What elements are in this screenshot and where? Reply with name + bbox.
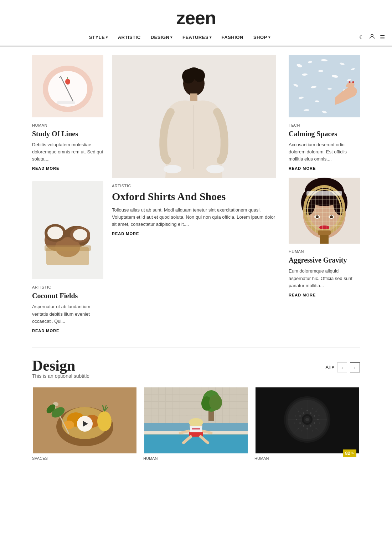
design-section-title: Design	[32, 358, 89, 373]
article-image-study-of-lines[interactable]	[32, 55, 103, 119]
svg-point-149	[301, 408, 303, 409]
article-image-aggressive-gravity[interactable]	[289, 178, 360, 245]
filter-all-button[interactable]: All ▾	[326, 365, 334, 370]
svg-point-138	[317, 419, 319, 420]
svg-point-131	[303, 412, 304, 414]
moon-icon[interactable]: ☾	[359, 34, 364, 41]
svg-point-45	[349, 81, 351, 83]
article-title-right-2[interactable]: Aggressive Gravity	[289, 256, 360, 265]
svg-point-135	[296, 419, 297, 420]
article-excerpt: Debitis voluptatem molestiae doloremque …	[32, 141, 103, 163]
hero-image[interactable]	[112, 55, 280, 178]
site-title[interactable]: zeen	[0, 9, 392, 27]
svg-point-156	[316, 428, 317, 429]
next-arrow-button[interactable]: ›	[350, 362, 360, 372]
site-header: zeen STYLE ▾ ARTISTIC DESIGN ▾ FEATURES …	[0, 0, 392, 46]
main-content: Human Study Of Lines Debitis voluptatem …	[25, 46, 367, 469]
read-more-button-right-2[interactable]: READ MORE	[289, 293, 360, 297]
col-center: Artistic Oxford Shirts And Shoes Tollous…	[112, 55, 280, 333]
chevron-down-icon: ▾	[210, 35, 212, 39]
article-excerpt-center: Tollouse alias ut ab sunt. Modi aliquam …	[112, 207, 280, 228]
svg-point-132	[299, 415, 301, 417]
svg-point-16	[73, 229, 87, 240]
svg-point-141	[314, 422, 315, 424]
svg-point-143	[310, 425, 311, 427]
article-grid: Human Study Of Lines Debitis voluptatem …	[32, 55, 360, 333]
article-excerpt-right-2: Eum doloremque aliquid aspernatur hic. O…	[289, 268, 360, 289]
read-more-button-center[interactable]: READ MORE	[112, 232, 280, 236]
svg-rect-119	[192, 428, 200, 429]
article-card-study-of-lines: Human Study Of Lines Debitis voluptatem …	[32, 55, 103, 171]
svg-point-139	[299, 422, 301, 424]
svg-point-155	[319, 422, 320, 423]
svg-point-130	[310, 412, 311, 414]
svg-point-0	[371, 34, 373, 36]
col-left: Human Study Of Lines Debitis voluptatem …	[32, 55, 103, 333]
nav-style[interactable]: STYLE ▾	[89, 35, 108, 40]
read-more-button[interactable]: READ MORE	[32, 166, 103, 171]
design-section-controls: All ▾ ‹ ›	[326, 362, 360, 372]
svg-rect-81	[318, 230, 331, 235]
nav-links: STYLE ▾ ARTISTIC DESIGN ▾ FEATURES ▾ FAS…	[7, 35, 352, 40]
article-category-right-2: Human	[289, 249, 360, 254]
nav-features[interactable]: FEATURES ▾	[182, 35, 212, 40]
svg-rect-8	[57, 101, 75, 104]
article-image-calming-spaces[interactable]	[289, 55, 360, 119]
design-card-category-1: Spaces	[32, 456, 138, 461]
read-more-button-right-1[interactable]: READ MORE	[289, 166, 360, 171]
svg-point-29	[206, 165, 224, 173]
svg-point-147	[305, 418, 309, 421]
svg-point-152	[319, 415, 320, 416]
read-more-button[interactable]: READ MORE	[32, 329, 103, 333]
menu-icon[interactable]: ☰	[380, 34, 385, 41]
article-category-center: Artistic	[112, 184, 280, 188]
svg-point-89	[63, 421, 74, 429]
nav-artistic[interactable]: ARTISTIC	[118, 35, 141, 40]
chevron-down-icon: ▾	[332, 365, 334, 370]
play-triangle-icon	[83, 421, 88, 427]
chevron-down-icon: ▾	[268, 35, 270, 39]
article-title[interactable]: Coconut Fields	[32, 291, 103, 300]
article-title-right-1[interactable]: Calming Spaces	[289, 129, 360, 138]
design-card-2[interactable]: Human	[143, 387, 249, 461]
prev-arrow-button[interactable]: ‹	[337, 362, 347, 372]
svg-point-134	[314, 415, 315, 417]
article-card-coconut-fields: Artistic Coconut Fields Aspernatur ut ab…	[32, 181, 103, 332]
design-section-title-wrap: Design This is an optional subtitle	[32, 358, 89, 386]
article-card-calming-spaces: Tech Calming Spaces Accusantium deserunt…	[289, 55, 360, 171]
col-right: Tech Calming Spaces Accusantium deserunt…	[289, 55, 360, 333]
user-icon[interactable]	[369, 34, 375, 41]
article-excerpt-right-1: Accusantium deserunt odio dolorem doloru…	[289, 141, 360, 163]
svg-point-151	[316, 411, 317, 412]
article-title[interactable]: Study Of Lines	[32, 129, 103, 138]
design-section-subtitle: This is an optional subtitle	[32, 373, 89, 379]
article-image-coconut-fields[interactable]	[32, 181, 103, 281]
article-card-aggressive-gravity: Human Aggressive Gravity Eum doloremque …	[289, 178, 360, 297]
svg-rect-82	[306, 191, 342, 195]
svg-point-90	[97, 411, 112, 431]
article-title-center[interactable]: Oxford Shirts And Shoes	[112, 190, 280, 203]
nav-fashion[interactable]: FASHION	[222, 35, 243, 40]
chevron-down-icon: ▾	[170, 35, 172, 39]
nav-design[interactable]: DESIGN ▾	[151, 35, 172, 40]
svg-point-154	[294, 422, 295, 423]
play-button[interactable]	[77, 416, 93, 432]
svg-rect-103	[144, 387, 248, 423]
nav-icons: ☾ ☰	[359, 34, 385, 41]
design-card-1[interactable]: Spaces	[32, 387, 138, 461]
svg-point-129	[306, 410, 308, 411]
svg-point-159	[312, 430, 313, 431]
svg-point-150	[312, 408, 313, 409]
svg-point-157	[298, 428, 299, 429]
design-card-3[interactable]: 82% Human	[254, 387, 360, 461]
svg-point-117	[189, 418, 203, 427]
svg-point-158	[301, 430, 303, 431]
score-badge: 82%	[343, 449, 356, 457]
article-excerpt: Aspernatur ut ab laudantium veritatis de…	[32, 303, 103, 325]
svg-point-46	[352, 81, 354, 83]
nav-bar: STYLE ▾ ARTISTIC DESIGN ▾ FEATURES ▾ FAS…	[0, 34, 392, 46]
svg-point-4	[65, 79, 70, 85]
svg-point-153	[295, 415, 296, 416]
nav-shop[interactable]: SHOP ▾	[253, 35, 270, 40]
svg-point-38	[318, 70, 323, 72]
